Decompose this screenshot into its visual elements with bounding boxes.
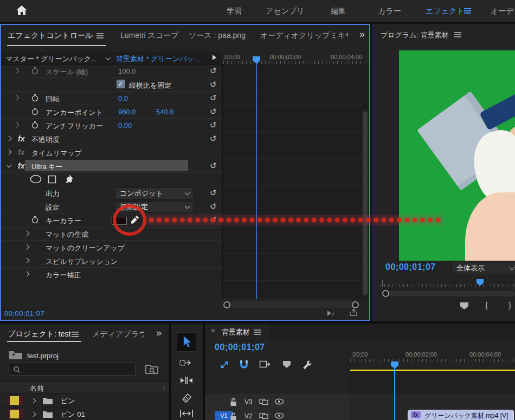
project-menu-icon[interactable] [72,332,79,333]
program-mark-in-icon[interactable]: { [485,300,488,309]
v3-track-label[interactable]: V3 [244,398,253,406]
effect-controls-menu-icon[interactable] [96,33,104,34]
bin1-disclosure[interactable] [31,398,36,404]
workspace-tab-learning[interactable]: 学習 [227,7,242,16]
v2-track-label[interactable]: V2 [244,412,253,420]
ec-scroll-handle-left[interactable] [223,301,230,308]
project-filename[interactable]: test.prproj [27,352,59,360]
scale-reset-icon[interactable]: ↺ [210,67,217,75]
v2-visibility-eye-icon[interactable] [274,412,284,419]
program-ruler-ticks[interactable] [381,284,515,287]
master-clip-label[interactable]: マスター * グリーンバック... [5,54,97,64]
ec-timecode[interactable]: 00;00;01;07 [4,309,44,318]
program-timecode[interactable]: 00;00;01;07 [385,262,436,272]
ultra-key-reset-icon[interactable]: ↺ [210,162,217,170]
group-row-color-correction[interactable] [1,267,222,281]
v3-lock-icon[interactable] [230,398,237,406]
program-scroll-handle[interactable] [382,290,389,297]
v3-visibility-eye-icon[interactable] [274,398,284,405]
workspace-tab-edit[interactable]: 編集 [331,7,346,16]
aspect-reset-icon[interactable]: ↺ [210,81,217,88]
antiflicker-value[interactable]: 0.00 [118,121,132,130]
pen-mask-icon[interactable] [64,174,74,184]
sequence-clip-label[interactable]: 背景素材 * グリーンバッ... [116,54,200,64]
snap-magnet-icon[interactable] [239,359,249,370]
timeline-tab-label[interactable]: 背景素材 [222,327,250,337]
keycolor-stopwatch-icon[interactable] [31,216,39,224]
tab-media-browser[interactable]: メディアブラウザ [92,329,144,339]
timeline-settings-wrench-icon[interactable] [301,359,312,370]
ec-scroll-handle-right[interactable] [352,301,359,308]
search-in-bin-button[interactable] [144,363,159,376]
bin-row-2[interactable]: ビン 01 [0,408,169,420]
ultra-key-label[interactable]: Ultra キー [31,162,62,172]
bin1-label[interactable]: ビン [61,396,75,406]
bin-up-icon[interactable] [9,349,23,360]
slip-tool[interactable] [179,408,194,419]
track-select-forward-tool[interactable] [179,357,194,369]
panel-overflow-icon[interactable]: » [359,29,365,40]
opacity-reset-icon[interactable]: ↺ [210,135,217,143]
tab-source[interactable]: ソース : paa.png [189,31,246,41]
workspace-tab-color[interactable]: カラー [378,7,401,16]
bin2-disclosure[interactable] [31,412,36,417]
timeline-ruler-ticks[interactable] [350,359,515,362]
tab-lumetri-scopes[interactable]: Lumetri スコープ [120,31,179,41]
bin-row-1[interactable]: ビン [0,394,169,408]
ripple-edit-tool[interactable] [178,374,195,386]
workspace-tab-assembly[interactable]: アセンブリ [266,7,305,16]
v3-sync-lock-icon[interactable] [259,398,268,405]
linked-selection-icon[interactable] [219,360,230,370]
program-mark-out-icon[interactable]: } [508,300,511,309]
timeline-playhead-line[interactable] [394,362,395,420]
anchor-stopwatch-icon[interactable] [31,107,39,115]
antiflicker-reset-icon[interactable]: ↺ [210,121,217,129]
program-title[interactable]: プログラム: 背景素材 [381,30,449,40]
aspect-checkbox[interactable]: ✓ [117,80,125,88]
antiflicker-stopwatch-icon[interactable] [31,121,39,129]
workspace-tab-audio[interactable]: オーディオ [491,7,515,16]
anchor-x-value[interactable]: 960.0 [118,108,136,116]
timeline-menu-icon[interactable] [254,329,261,331]
export-frame-icon[interactable] [349,308,358,316]
workspace-tab-effects[interactable]: エフェクト [426,7,465,16]
bin2-label[interactable]: ビン 01 [61,410,85,419]
v2-lock-icon[interactable] [230,412,237,420]
rotation-reset-icon[interactable]: ↺ [210,94,217,102]
output-dropdown[interactable]: コンポジット [115,188,194,199]
group-row-matte-generation[interactable] [1,227,222,241]
anchor-y-value[interactable]: 540.0 [156,108,174,116]
razor-tool[interactable] [180,392,193,404]
tab-effect-controls[interactable]: エフェクトコントロール [8,31,93,41]
ec-playhead-line[interactable] [256,57,257,299]
timeline-timecode[interactable]: 00;00;01;07 [215,343,265,352]
clip-fx-badge[interactable]: fx [411,411,421,418]
name-column-header[interactable]: 名前 [30,384,44,393]
project-overflow-icon[interactable]: » [156,327,162,339]
rotation-stopwatch-icon[interactable] [31,94,39,102]
anchor-reset-icon[interactable]: ↺ [210,108,217,115]
program-playhead[interactable] [477,279,484,286]
v2-sync-lock-icon[interactable] [259,412,268,419]
output-reset-icon[interactable]: ↺ [210,189,217,197]
tab-audio-clip-mixer[interactable]: オーディオクリップミキサ [260,31,348,41]
project-search-input[interactable] [9,363,136,376]
ec-vertical-scrollbar[interactable] [362,64,369,298]
nested-sequence-icon[interactable] [259,360,271,369]
clip-expand-arrow-icon[interactable] [213,55,216,60]
scale-stopwatch-icon[interactable] [31,67,39,75]
ellipse-mask-icon[interactable] [29,175,42,184]
v3-track-content[interactable] [350,394,515,410]
program-menu-icon[interactable] [454,32,461,33]
project-list-header[interactable]: 名前 ⋮ [0,381,169,394]
column-options-icon[interactable]: ⋮ [160,383,168,391]
tab-project[interactable]: プロジェクト: test [8,329,70,339]
effects-tab-menu-icon[interactable] [464,8,471,9]
setting-reset-icon[interactable]: ↺ [210,203,217,210]
timeline-clip-greenback[interactable]: fx グリーンバック素材.mp4 [V] [408,410,514,420]
rectangle-mask-icon[interactable] [48,175,56,184]
home-icon[interactable] [15,4,28,16]
timeline-tab-close-icon[interactable]: × [211,326,215,335]
rotation-value[interactable]: 0.0 [118,94,128,102]
selection-tool-button[interactable] [177,332,196,352]
